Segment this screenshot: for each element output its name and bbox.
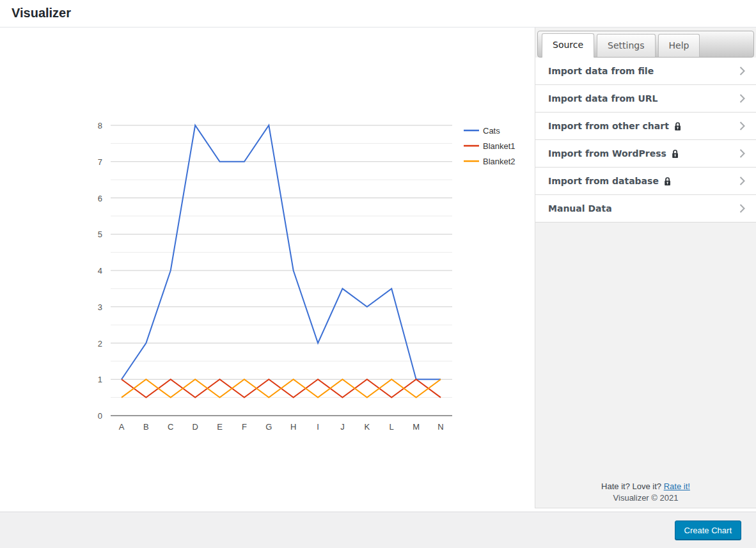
create-chart-button[interactable]: Create Chart	[675, 521, 741, 540]
chevron-right-icon	[739, 93, 746, 104]
chevron-right-icon	[739, 148, 746, 159]
chart-preview-panel: 012345678ABCDEFGHIJKLMNCatsBlanket1Blank…	[0, 27, 535, 512]
chevron-right-icon	[739, 203, 746, 214]
chevron-right-icon	[739, 120, 746, 132]
legend-label: Blanket2	[483, 157, 516, 166]
x-tick-label: F	[242, 422, 247, 432]
chevron-right-icon	[739, 65, 746, 77]
y-tick-label: 2	[98, 339, 102, 348]
sidebar-item-import-data-from-file[interactable]: Import data from file	[535, 58, 756, 85]
y-tick-label: 4	[98, 266, 102, 276]
x-tick-label: B	[143, 422, 149, 432]
y-tick-label: 3	[98, 302, 102, 312]
lock-icon	[671, 149, 679, 159]
bottom-toolbar: Create Chart	[0, 512, 756, 548]
sidebar-footer: Hate it? Love it? Rate it! Visualizer © …	[535, 481, 756, 504]
chevron-right-icon	[739, 175, 746, 187]
sidebar-item-import-from-database[interactable]: Import from database	[535, 168, 756, 195]
tab-help[interactable]: Help	[658, 34, 700, 57]
x-tick-label: I	[317, 422, 319, 432]
sidebar-item-label: Import from other chart	[548, 121, 669, 131]
y-tick-label: 0	[98, 411, 102, 421]
x-tick-label: K	[365, 422, 370, 432]
y-tick-label: 7	[98, 157, 102, 167]
tab-settings[interactable]: Settings	[597, 34, 655, 57]
x-tick-label: H	[290, 422, 296, 432]
x-tick-label: J	[340, 422, 345, 432]
sidebar-item-label: Import from WordPress	[548, 148, 666, 159]
sidebar-item-manual-data[interactable]: Manual Data	[535, 195, 756, 223]
x-tick-label: E	[217, 422, 223, 432]
lock-icon	[663, 176, 672, 186]
sidebar-item-import-data-from-url[interactable]: Import data from URL	[535, 85, 756, 113]
sidebar-item-import-from-other-chart[interactable]: Import from other chart	[535, 113, 756, 140]
line-chart: 012345678ABCDEFGHIJKLMNCatsBlanket1Blank…	[0, 27, 535, 512]
sidebar-item-import-from-wordpress[interactable]: Import from WordPress	[535, 140, 756, 168]
sidebar-item-label: Import from database	[548, 176, 659, 186]
x-tick-label: M	[413, 422, 420, 432]
y-tick-label: 8	[98, 121, 102, 130]
rate-prompt: Hate it? Love it?	[601, 481, 661, 491]
x-tick-label: D	[192, 422, 198, 432]
page-title: Visualizer	[0, 0, 756, 20]
x-tick-label: N	[437, 422, 443, 432]
copyright: Visualizer © 2021	[535, 492, 756, 504]
x-tick-label: A	[119, 422, 125, 432]
rate-link[interactable]: Rate it!	[664, 481, 690, 491]
y-tick-label: 5	[98, 230, 102, 239]
sidebar-item-label: Import data from file	[548, 66, 654, 76]
page-header: Visualizer	[0, 0, 756, 27]
legend-label: Cats	[483, 126, 500, 136]
x-tick-label: C	[168, 422, 173, 432]
lock-icon	[673, 121, 682, 131]
tab-source[interactable]: Source	[542, 33, 594, 58]
y-tick-label: 6	[98, 194, 102, 203]
legend-label: Blanket1	[483, 141, 516, 151]
rate-line: Hate it? Love it? Rate it!	[535, 481, 756, 492]
sidebar-item-label: Import data from URL	[548, 93, 658, 104]
series-line-blanket2	[122, 379, 441, 397]
source-menu: Import data from fileImport data from UR…	[535, 58, 756, 223]
sidebar: Source Settings Help Import data from fi…	[535, 27, 756, 508]
tab-bar: Source Settings Help	[537, 31, 754, 58]
y-tick-label: 1	[98, 375, 102, 384]
x-tick-label: G	[265, 422, 272, 432]
x-tick-label: L	[390, 422, 394, 432]
sidebar-item-label: Manual Data	[548, 203, 612, 214]
